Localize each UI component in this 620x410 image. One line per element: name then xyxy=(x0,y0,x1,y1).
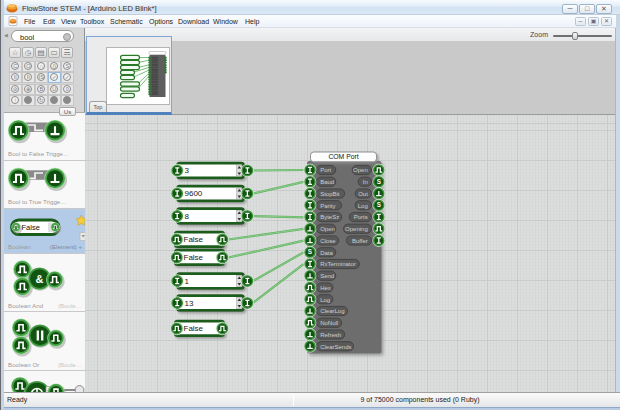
svg-text:Open: Open xyxy=(353,167,368,173)
svg-text:8: 8 xyxy=(185,212,190,221)
svg-text:StopBit: StopBit xyxy=(320,191,340,197)
svg-text:Log: Log xyxy=(358,203,368,209)
svg-text:3: 3 xyxy=(185,166,190,175)
svg-text:S: S xyxy=(377,178,382,185)
svg-text:13: 13 xyxy=(185,299,194,308)
svg-text:Log: Log xyxy=(320,297,330,303)
svg-text:ByteSz: ByteSz xyxy=(320,214,339,220)
svg-text:RxTerminator: RxTerminator xyxy=(320,261,356,267)
svg-text:1: 1 xyxy=(185,277,190,286)
svg-text:ClearSends: ClearSends xyxy=(320,344,351,350)
svg-text:False: False xyxy=(184,324,204,333)
svg-text:Hex: Hex xyxy=(320,285,331,291)
svg-text:S: S xyxy=(308,248,313,255)
svg-text:False: False xyxy=(184,235,204,244)
svg-text:In: In xyxy=(363,179,368,185)
svg-text:Opening: Opening xyxy=(345,226,368,232)
svg-text:Out: Out xyxy=(358,191,368,197)
svg-text:Buffer: Buffer xyxy=(352,238,368,244)
svg-text:Port: Port xyxy=(320,167,331,173)
svg-text:COM Port: COM Port xyxy=(328,153,358,160)
svg-text:&: & xyxy=(36,273,44,285)
svg-text:False: False xyxy=(184,253,204,262)
svg-text:Ports: Ports xyxy=(354,214,368,220)
svg-text:Open: Open xyxy=(320,226,335,232)
svg-text:Send: Send xyxy=(320,273,334,279)
svg-text:S: S xyxy=(377,201,382,208)
svg-text:Data: Data xyxy=(320,250,333,256)
svg-text:9600: 9600 xyxy=(185,189,203,198)
svg-text:NoNull: NoNull xyxy=(320,320,338,326)
svg-text:False: False xyxy=(22,223,40,232)
svg-text:Refresh: Refresh xyxy=(320,332,341,338)
svg-text:Baud: Baud xyxy=(320,179,334,185)
svg-text:Close: Close xyxy=(320,238,336,244)
svg-text:ClearLog: ClearLog xyxy=(320,308,344,314)
svg-text:Parity: Parity xyxy=(320,203,335,209)
